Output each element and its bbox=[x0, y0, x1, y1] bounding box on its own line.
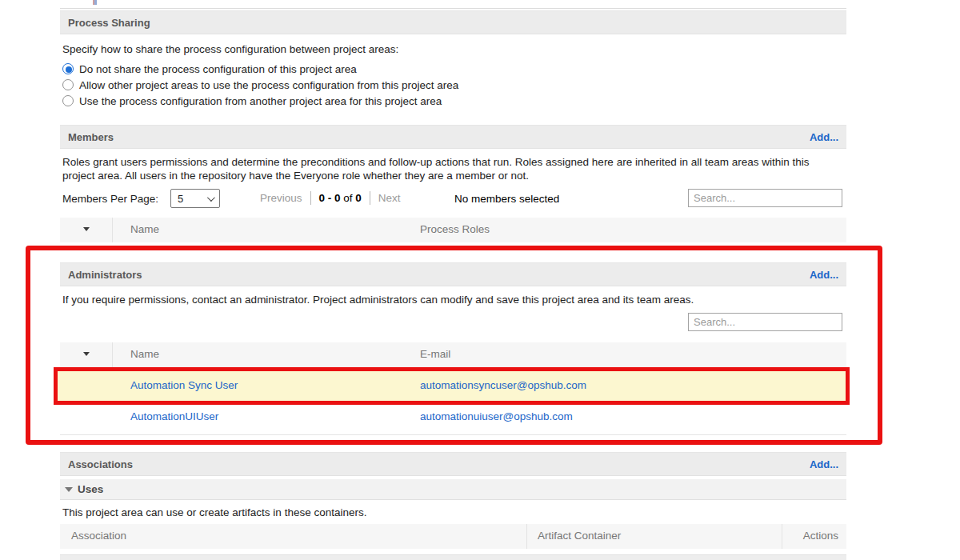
assoc-col-association: Association bbox=[71, 530, 126, 542]
column-divider bbox=[112, 218, 113, 242]
pager-of-label: of bbox=[343, 192, 352, 204]
previous-button[interactable]: Previous bbox=[260, 192, 302, 204]
admin-name-link[interactable]: AutomationUIUser bbox=[130, 410, 218, 422]
administrators-table-header: Name E-mail bbox=[60, 342, 846, 367]
column-menu-caret-icon[interactable] bbox=[83, 227, 90, 231]
assoc-col-actions: Actions bbox=[803, 530, 838, 542]
chevron-down-icon bbox=[207, 194, 215, 202]
project-area-admin-page: Process Sharing Specify how to share the… bbox=[0, 0, 960, 560]
associations-section-header: Associations Add... bbox=[60, 452, 846, 476]
associations-description: This project area can use or create arti… bbox=[62, 506, 366, 519]
column-menu-caret-icon[interactable] bbox=[83, 352, 90, 356]
table-row-highlighted[interactable]: Automation Sync User automationsyncuser@… bbox=[54, 367, 850, 405]
administrators-col-name: Name bbox=[130, 348, 159, 360]
radio-option-do-not-share[interactable]: Do not share the process configuration o… bbox=[62, 61, 458, 77]
table-bottom-border bbox=[60, 434, 846, 435]
administrators-description: If you require permissions, contact an a… bbox=[62, 293, 835, 306]
process-sharing-description: Specify how to share the process configu… bbox=[62, 42, 398, 56]
column-divider bbox=[526, 524, 527, 549]
clipped-content-fragment bbox=[93, 0, 97, 5]
members-per-page-label: Members Per Page: bbox=[62, 193, 158, 205]
members-title: Members bbox=[68, 131, 114, 143]
process-sharing-title: Process Sharing bbox=[68, 17, 150, 29]
administrators-add-button[interactable]: Add... bbox=[810, 269, 838, 281]
radio-button[interactable] bbox=[62, 95, 74, 106]
process-sharing-section-header: Process Sharing bbox=[60, 10, 846, 34]
radio-option-allow-others[interactable]: Allow other project areas to use the pro… bbox=[62, 77, 458, 93]
members-selection-status: No members selected bbox=[454, 193, 559, 205]
members-table-header: Name Process Roles bbox=[60, 218, 846, 242]
assoc-col-container: Artifact Container bbox=[538, 530, 621, 542]
members-search-input[interactable] bbox=[688, 189, 842, 207]
radio-label: Do not share the process configuration o… bbox=[79, 63, 357, 75]
members-description: Roles grant users permissions and determ… bbox=[62, 155, 835, 182]
table-row[interactable]: AutomationUIUser automationuiuser@opshub… bbox=[60, 405, 846, 434]
members-section-header: Members Add... bbox=[60, 125, 846, 149]
pager-separator bbox=[370, 191, 370, 205]
radio-label: Allow other project areas to use the pro… bbox=[79, 79, 458, 91]
top-divider bbox=[60, 8, 846, 9]
uses-subsection-header[interactable]: Uses bbox=[60, 479, 846, 500]
uses-title: Uses bbox=[78, 483, 103, 495]
pager-range-values: 0 - 0 bbox=[319, 192, 341, 204]
pager-range: 0 - 0 of 0 bbox=[319, 192, 362, 204]
radio-option-use-another[interactable]: Use the process configuration from anoth… bbox=[62, 93, 458, 109]
next-row-partial bbox=[60, 554, 846, 560]
admin-email-link[interactable]: automationuiuser@opshub.com bbox=[420, 410, 573, 422]
column-divider bbox=[112, 342, 113, 367]
administrators-section-header: Administrators Add... bbox=[60, 262, 846, 286]
administrators-col-email: E-mail bbox=[420, 348, 450, 360]
admin-email-link[interactable]: automationsyncuser@opshub.com bbox=[420, 379, 586, 391]
members-col-name: Name bbox=[130, 223, 159, 235]
radio-button[interactable] bbox=[62, 79, 74, 90]
select-value: 5 bbox=[178, 193, 183, 205]
collapse-triangle-icon[interactable] bbox=[65, 487, 73, 492]
radio-label: Use the process configuration from anoth… bbox=[79, 95, 442, 107]
radio-button-selected[interactable] bbox=[62, 63, 74, 74]
next-button[interactable]: Next bbox=[378, 192, 401, 204]
associations-table-header: Association Artifact Container Actions bbox=[60, 524, 846, 549]
pager-total: 0 bbox=[355, 192, 362, 204]
administrators-search-input[interactable] bbox=[688, 313, 842, 331]
admin-name-link[interactable]: Automation Sync User bbox=[130, 379, 238, 391]
members-pager: Previous 0 - 0 of 0 Next bbox=[260, 191, 401, 205]
associations-add-button[interactable]: Add... bbox=[810, 458, 838, 470]
administrators-title: Administrators bbox=[68, 269, 142, 281]
associations-title: Associations bbox=[68, 458, 133, 470]
members-add-button[interactable]: Add... bbox=[810, 131, 838, 143]
members-per-page-select[interactable]: 5 bbox=[170, 189, 220, 208]
column-divider bbox=[782, 524, 782, 549]
members-col-roles: Process Roles bbox=[420, 223, 490, 235]
pager-separator bbox=[310, 191, 311, 205]
